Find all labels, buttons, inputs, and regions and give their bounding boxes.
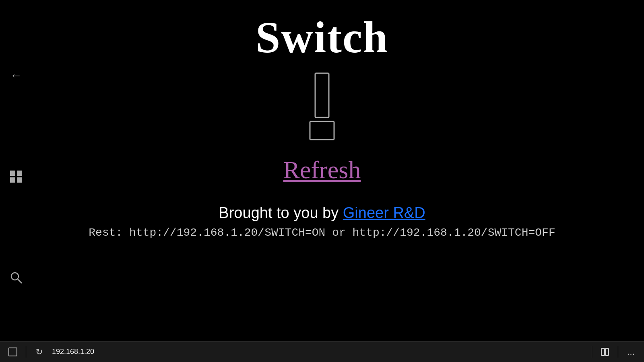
svg-rect-6	[315, 73, 329, 117]
back-button[interactable]: ←	[10, 68, 22, 82]
switch-icon	[302, 71, 342, 144]
browser-refresh-icon[interactable]: ↻	[33, 346, 45, 358]
rest-url: Rest: http://192.168.1.20/SWITCH=ON or h…	[89, 226, 555, 239]
browser-bar-right: ...	[592, 346, 638, 358]
divider-2	[592, 346, 592, 358]
svg-rect-1	[17, 171, 22, 176]
svg-rect-8	[601, 348, 605, 356]
search-icon[interactable]	[10, 271, 23, 284]
svg-rect-7	[310, 121, 334, 140]
svg-rect-2	[10, 177, 15, 183]
svg-rect-0	[10, 171, 15, 176]
divider-3	[618, 346, 618, 358]
windows-start-icon[interactable]	[10, 171, 22, 183]
tab-square-icon	[8, 348, 17, 356]
attribution-prefix: Brought to you by	[219, 204, 343, 221]
page-title: Switch	[256, 12, 388, 63]
more-options-icon[interactable]: ...	[625, 346, 638, 358]
gineer-link[interactable]: Gineer R&D	[343, 204, 425, 221]
main-content: Switch Refresh Brought to you by Gineer …	[0, 0, 644, 346]
svg-rect-3	[17, 177, 22, 183]
tab-icon[interactable]	[6, 346, 19, 358]
reading-view-icon[interactable]	[599, 346, 611, 358]
refresh-link[interactable]: Refresh	[283, 156, 361, 184]
sidebar: ←	[0, 0, 32, 346]
svg-point-4	[11, 273, 19, 280]
browser-bar: ↻ 192.168.1.20 ...	[0, 341, 644, 362]
divider-1	[26, 346, 26, 358]
svg-line-5	[18, 279, 22, 283]
svg-rect-9	[605, 348, 609, 356]
attribution: Brought to you by Gineer R&D	[219, 204, 425, 222]
browser-url[interactable]: 192.168.1.20	[52, 348, 585, 356]
